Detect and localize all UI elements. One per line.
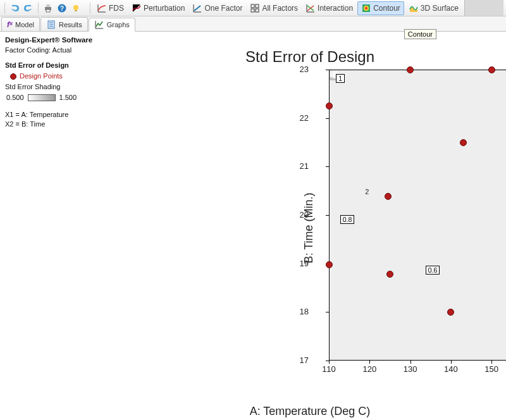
y-tick: 17: [292, 355, 309, 365]
design-point-icon: [10, 73, 16, 80]
x-axis-label: A: Temperature (Deg C): [114, 405, 506, 418]
svg-rect-1: [46, 4, 50, 7]
side-panel: Design-Expert® Software Factor Coding: A…: [0, 32, 114, 420]
redo-icon[interactable]: [22, 2, 35, 15]
x-tick: 110: [319, 364, 338, 374]
contour-tooltip: Contour: [404, 29, 436, 39]
software-title: Design-Expert® Software: [5, 35, 109, 46]
contour-label: 0.6: [426, 266, 440, 275]
svg-rect-10: [251, 9, 254, 12]
metric-header: Std Error of Design: [5, 61, 109, 70]
x-tick: 120: [360, 364, 379, 374]
design-point[interactable]: [385, 193, 392, 200]
tab-label: Model: [15, 21, 34, 28]
tab-bar: fx Model Results Graphs Contour: [0, 16, 506, 32]
graph-label: One Factor: [204, 4, 242, 13]
graphs-icon: [94, 20, 104, 30]
design-point[interactable]: [407, 66, 414, 73]
y-tick: 18: [292, 307, 309, 316]
graph-contour[interactable]: Contour: [357, 1, 404, 15]
svg-point-16: [365, 7, 367, 9]
tab-graphs[interactable]: Graphs: [89, 18, 135, 32]
contour-label: 1: [336, 74, 345, 83]
shade-bar: [28, 94, 56, 101]
fds-icon: [97, 3, 107, 13]
graph-perturbation[interactable]: Perturbation: [128, 1, 188, 15]
contour-icon: [361, 3, 371, 13]
design-point[interactable]: [326, 261, 333, 268]
svg-rect-2: [46, 9, 50, 12]
x2-mapping: X2 = B: Time: [5, 120, 109, 129]
svg-text:?: ?: [60, 5, 64, 12]
results-icon: [46, 20, 56, 30]
x-tick: 150: [482, 364, 501, 374]
y-tick: 23: [292, 65, 309, 74]
x-tick: 130: [401, 364, 420, 374]
graph-label: Interaction: [318, 4, 353, 13]
fx-icon: fx: [7, 20, 13, 29]
y-tick: 20: [292, 210, 309, 219]
design-points-label: Design Points: [20, 71, 63, 81]
x-tick: 140: [441, 364, 460, 374]
y-tick: 22: [292, 113, 309, 123]
tab-label: Graphs: [107, 21, 130, 28]
shade-min: 0.500: [6, 93, 24, 102]
graph-label: All Factors: [262, 4, 298, 13]
3dsurface-icon: [409, 3, 419, 13]
svg-rect-8: [251, 4, 254, 8]
graph-one-factor[interactable]: One Factor: [189, 1, 245, 15]
contour-label: 0.8: [340, 215, 355, 224]
factor-coding: Factor Coding: Actual: [5, 46, 109, 55]
graph-fds[interactable]: FDS: [94, 1, 127, 15]
y-axis-label: B: Time (Min.): [302, 192, 316, 263]
contour-plot[interactable]: [329, 70, 506, 361]
graph-label: 3D Surface: [421, 4, 459, 13]
y-tick: 19: [292, 259, 309, 268]
svg-rect-9: [256, 4, 259, 8]
tab-label: Results: [59, 21, 82, 28]
graph-3dsurface[interactable]: 3D Surface: [405, 1, 462, 15]
graph-label: FDS: [109, 4, 124, 13]
y-tick: 21: [292, 161, 309, 171]
main-toolbar: ? FDS Perturbation One Factor All Factor…: [0, 0, 506, 16]
allfactors-icon: [250, 3, 260, 13]
print-icon[interactable]: [42, 2, 54, 15]
shade-max: 1.500: [59, 93, 77, 102]
graph-label: Contour: [373, 4, 400, 13]
design-point[interactable]: [326, 102, 333, 109]
perturbation-icon: [132, 3, 142, 13]
graph-label: Perturbation: [144, 4, 185, 13]
svg-rect-6: [75, 10, 77, 11]
design-point[interactable]: [460, 139, 467, 146]
design-point[interactable]: [386, 271, 393, 278]
undo-icon[interactable]: [8, 2, 21, 15]
graph-all-factors[interactable]: All Factors: [247, 1, 301, 15]
onefactor-icon: [192, 3, 202, 13]
interaction-icon: [305, 3, 316, 13]
x1-mapping: X1 = A: Temperature: [5, 110, 109, 120]
plot-area: Std Error of Design B: Time (Min.) A: Te…: [114, 32, 506, 420]
shading-label: Std Error Shading: [5, 82, 109, 92]
bulb-icon[interactable]: [70, 2, 82, 15]
svg-rect-11: [256, 9, 259, 12]
replicate-label: 2: [365, 188, 369, 195]
plot-title: Std Error of Design: [114, 48, 506, 66]
design-point[interactable]: [488, 66, 495, 73]
tab-model[interactable]: fx Model: [1, 17, 40, 31]
tab-results[interactable]: Results: [40, 17, 88, 31]
help-icon[interactable]: ?: [56, 2, 68, 15]
svg-point-5: [73, 5, 78, 10]
graph-interaction[interactable]: Interaction: [302, 1, 356, 15]
svg-line-7: [194, 6, 201, 11]
